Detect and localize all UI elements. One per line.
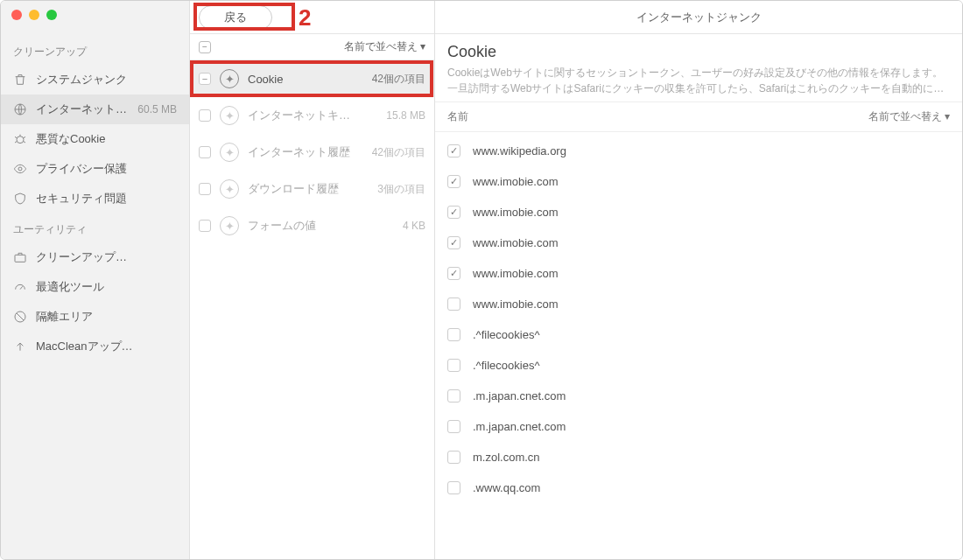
item-checkbox[interactable] bbox=[447, 267, 460, 280]
bug-icon bbox=[13, 132, 27, 146]
sidebar-item-label: 隔離エリア bbox=[36, 309, 177, 325]
detail-list: www.wikipedia.orgwww.imobie.comwww.imobi… bbox=[435, 132, 962, 559]
column-name: 名前 bbox=[447, 109, 468, 124]
list-item[interactable]: .^filecookies^ bbox=[435, 350, 962, 381]
sidebar-section-utility: ユーティリティ bbox=[1, 214, 189, 242]
category-meta: 4 KB bbox=[403, 220, 425, 232]
sidebar: クリーンアップ システムジャンク インターネット… 60.5 MB 悪質なCoo… bbox=[1, 1, 190, 559]
trash-icon bbox=[13, 73, 27, 87]
window-title: インターネットジャンク bbox=[435, 1, 962, 34]
category-name: インターネット履歴 bbox=[248, 144, 363, 160]
sidebar-item-update[interactable]: MacCleanアップ… bbox=[1, 332, 189, 361]
back-button[interactable]: 戻る bbox=[199, 5, 272, 30]
select-all-checkbox[interactable]: − bbox=[199, 41, 211, 53]
category-row-form[interactable]: ✦ フォームの値 4 KB bbox=[190, 207, 434, 244]
item-name: www.imobie.com bbox=[473, 206, 559, 219]
sidebar-item-system-junk[interactable]: システムジャンク bbox=[1, 65, 189, 94]
list-item[interactable]: m.zol.com.cn bbox=[435, 442, 962, 472]
row-checkbox[interactable] bbox=[199, 220, 211, 232]
list-item[interactable]: www.imobie.com bbox=[435, 289, 962, 319]
compass-icon: ✦ bbox=[220, 216, 239, 235]
list-item[interactable]: www.imobie.com bbox=[435, 197, 962, 228]
item-checkbox[interactable] bbox=[447, 175, 460, 188]
detail-panel: インターネットジャンク Cookie CookieはWebサイトに関するセッショ… bbox=[435, 1, 962, 559]
item-checkbox[interactable] bbox=[447, 236, 460, 249]
row-checkbox[interactable]: − bbox=[199, 73, 211, 85]
category-row-history[interactable]: ✦ インターネット履歴 42個の項目 bbox=[190, 134, 434, 171]
item-name: .www.qq.com bbox=[473, 481, 540, 494]
category-name: Cookie bbox=[248, 73, 363, 86]
gauge-icon bbox=[13, 280, 27, 294]
sidebar-item-cleanup-tool[interactable]: クリーンアップ… bbox=[1, 242, 189, 272]
row-checkbox[interactable] bbox=[199, 183, 211, 195]
sidebar-item-quarantine[interactable]: 隔離エリア bbox=[1, 302, 189, 332]
sidebar-item-label: プライバシー保護 bbox=[36, 161, 177, 177]
sidebar-item-label: 最適化ツール bbox=[36, 279, 177, 295]
list-item[interactable]: .www.qq.com bbox=[435, 472, 962, 503]
item-checkbox[interactable] bbox=[447, 451, 460, 464]
window-controls bbox=[11, 10, 57, 20]
sidebar-item-privacy[interactable]: プライバシー保護 bbox=[1, 154, 189, 184]
minimize-icon[interactable] bbox=[29, 10, 39, 20]
list-item[interactable]: www.wikipedia.org bbox=[435, 136, 962, 166]
item-checkbox[interactable] bbox=[447, 359, 460, 372]
row-checkbox[interactable] bbox=[199, 109, 211, 122]
sidebar-item-bad-cookie[interactable]: 悪質なCookie bbox=[1, 124, 189, 154]
compass-icon: ✦ bbox=[220, 179, 239, 199]
list-item[interactable]: .m.japan.cnet.com bbox=[435, 381, 962, 411]
list-item[interactable]: www.imobie.com bbox=[435, 228, 962, 258]
item-checkbox[interactable] bbox=[447, 298, 460, 311]
sidebar-item-internet-junk[interactable]: インターネット… 60.5 MB bbox=[1, 94, 189, 124]
sidebar-item-label: クリーンアップ… bbox=[36, 249, 177, 265]
sidebar-item-label: 悪質なCookie bbox=[36, 131, 177, 147]
item-checkbox[interactable] bbox=[447, 144, 460, 158]
category-panel: 戻る 2 − 名前で並べ替え ▾ − ✦ Cookie 42個の項目 1 ✦ イ… bbox=[190, 1, 435, 559]
detail-sort-button[interactable]: 名前で並べ替え ▾ bbox=[868, 109, 950, 124]
sidebar-item-security[interactable]: セキュリティ問題 bbox=[1, 184, 189, 214]
item-name: .m.japan.cnet.com bbox=[473, 389, 566, 402]
close-icon[interactable] bbox=[11, 10, 22, 20]
row-checkbox[interactable] bbox=[199, 146, 211, 158]
svg-point-1 bbox=[17, 136, 24, 144]
sidebar-item-optimize[interactable]: 最適化ツール bbox=[1, 272, 189, 302]
item-name: m.zol.com.cn bbox=[473, 451, 540, 464]
detail-desc-1: CookieはWebサイトに関するセッショントークン、ユーザーの好み設定及びその… bbox=[447, 65, 950, 80]
svg-rect-3 bbox=[15, 255, 25, 262]
list-item[interactable]: .m.japan.cnet.com bbox=[435, 411, 962, 442]
sidebar-item-label: システムジャンク bbox=[36, 72, 177, 88]
detail-heading: Cookie bbox=[447, 43, 950, 61]
list-item[interactable]: www.imobie.com bbox=[435, 258, 962, 289]
annotation-number-2: 2 bbox=[299, 4, 311, 32]
category-meta: 15.8 MB bbox=[386, 109, 425, 122]
list-item[interactable]: www.imobie.com bbox=[435, 166, 962, 197]
category-meta: 3個の項目 bbox=[377, 182, 425, 197]
ban-icon bbox=[13, 310, 27, 324]
category-row-cookie[interactable]: − ✦ Cookie 42個の項目 bbox=[190, 60, 434, 97]
category-row-downloads[interactable]: ✦ ダウンロード履歴 3個の項目 bbox=[190, 171, 434, 207]
sidebar-section-cleanup: クリーンアップ bbox=[1, 36, 189, 65]
category-toolbar: 戻る 2 bbox=[190, 1, 434, 34]
item-checkbox[interactable] bbox=[447, 328, 460, 341]
detail-header: Cookie CookieはWebサイトに関するセッショントークン、ユーザーの好… bbox=[435, 34, 962, 102]
globe-icon bbox=[13, 102, 27, 116]
item-checkbox[interactable] bbox=[447, 206, 460, 219]
category-sort-bar[interactable]: − 名前で並べ替え ▾ bbox=[190, 34, 434, 60]
item-name: .^filecookies^ bbox=[473, 328, 540, 341]
eye-icon bbox=[13, 162, 27, 176]
item-name: www.wikipedia.org bbox=[473, 144, 566, 158]
category-meta: 42個の項目 bbox=[372, 72, 425, 87]
item-checkbox[interactable] bbox=[447, 420, 460, 433]
compass-icon: ✦ bbox=[220, 106, 239, 125]
category-row-cache[interactable]: ✦ インターネットキ… 15.8 MB bbox=[190, 97, 434, 134]
svg-point-2 bbox=[18, 167, 22, 171]
list-item[interactable]: .^filecookies^ bbox=[435, 319, 962, 350]
upload-icon bbox=[13, 340, 27, 354]
item-checkbox[interactable] bbox=[447, 389, 460, 402]
zoom-icon[interactable] bbox=[46, 10, 57, 20]
item-name: .m.japan.cnet.com bbox=[473, 420, 566, 433]
item-checkbox[interactable] bbox=[447, 481, 460, 494]
item-name: www.imobie.com bbox=[473, 267, 559, 280]
sidebar-item-label: MacCleanアップ… bbox=[36, 339, 177, 354]
compass-icon: ✦ bbox=[220, 69, 239, 88]
briefcase-icon bbox=[13, 250, 27, 264]
